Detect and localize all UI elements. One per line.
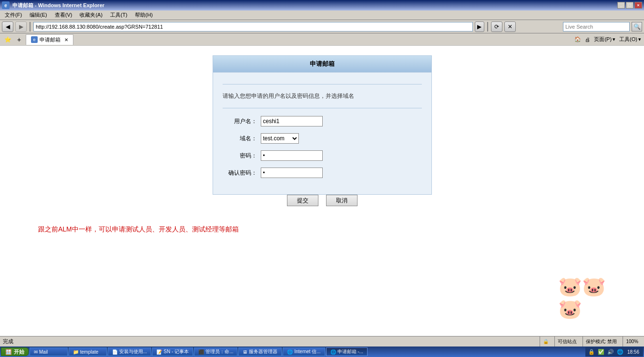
form-body: 请输入您想申请的用户名以及密码信息，并选择域名 用户名： 域名： test.co… — [213, 73, 431, 194]
add-tab[interactable]: + — [14, 35, 24, 44]
submit-button[interactable]: 提交 — [287, 195, 318, 206]
menu-view[interactable]: 查看(V) — [51, 10, 76, 20]
form-description: 请输入您想申请的用户名以及密码信息，并选择域名 — [223, 92, 422, 100]
window-title: 申请邮箱 - Windows Internet Explorer — [12, 2, 104, 9]
tab-close[interactable]: ✕ — [64, 37, 68, 42]
menu-tools[interactable]: 工具(T) — [106, 10, 131, 20]
close-button[interactable]: × — [634, 2, 642, 9]
toolbar-right: 🏠 🖨 页面(P) ▾ 工具(O) ▾ — [574, 36, 641, 43]
title-bar: e 申请邮箱 - Windows Internet Explorer _ □ × — [0, 0, 644, 10]
menu-favorites[interactable]: 收藏夹(A) — [76, 10, 106, 20]
menu-file[interactable]: 文件(F) — [1, 10, 26, 20]
stop-button[interactable]: ✕ — [504, 21, 516, 32]
menu-edit[interactable]: 编辑(E) — [26, 10, 51, 20]
forward-button[interactable]: ▶ — [15, 21, 27, 32]
ie-icon: e — [2, 1, 10, 9]
page-chevron: ▾ — [613, 36, 615, 42]
menu-help[interactable]: 帮助(H) — [131, 10, 156, 20]
form-container: 申请邮箱 请输入您想申请的用户名以及密码信息，并选择域名 用户名： 域名： te… — [213, 55, 432, 195]
search-button[interactable]: 🔍 — [632, 22, 642, 32]
menu-bar: 文件(F) 编辑(E) 查看(V) 收藏夹(A) 工具(T) 帮助(H) — [0, 10, 644, 20]
form-buttons: 提交 取消 — [213, 195, 432, 206]
username-label: 用户名： — [223, 117, 261, 126]
address-bar: ◀ ▶ ▶ ⟳ ✕ 🔍 — [0, 20, 644, 33]
go-button[interactable]: ▶ — [475, 21, 484, 32]
confirm-row: 确认密码： — [223, 168, 422, 178]
password-label: 密码： — [223, 152, 261, 160]
title-bar-left: e 申请邮箱 - Windows Internet Explorer — [2, 1, 104, 9]
search-input[interactable] — [563, 22, 630, 32]
print-button[interactable]: 🖨 — [585, 37, 590, 42]
browser-content: 申请邮箱 请输入您想申请的用户名以及密码信息，并选择域名 用户名： 域名： te… — [0, 46, 644, 336]
form-title: 申请邮箱 — [213, 56, 431, 73]
favorites-bar: ⭐ + e 申请邮箱 ✕ 🏠 🖨 页面(P) ▾ 工具(O) ▾ — [0, 33, 644, 46]
minimize-button[interactable]: _ — [617, 2, 625, 9]
favorites-star[interactable]: ⭐ — [3, 35, 12, 44]
address-input[interactable] — [33, 22, 473, 32]
form-divider-bottom — [223, 108, 422, 108]
tools-chevron: ▾ — [638, 36, 641, 42]
back-button[interactable]: ◀ — [2, 21, 13, 32]
domain-label: 域名： — [223, 135, 261, 143]
page-label: 页面(P) — [594, 36, 612, 43]
form-divider-top — [223, 84, 422, 84]
password-input[interactable] — [261, 150, 323, 161]
tab-label: 申请邮箱 — [40, 36, 61, 43]
username-input[interactable] — [261, 116, 323, 126]
domain-row: 域名： test.com example.com — [223, 133, 422, 144]
page-menu[interactable]: 页面(P) ▾ — [594, 36, 615, 43]
username-row: 用户名： — [223, 116, 422, 126]
tools-menu[interactable]: 工具(O) ▾ — [619, 36, 641, 43]
current-tab[interactable]: e 申请邮箱 ✕ — [26, 34, 73, 45]
pig-decoration: 🐷🐷🐷 — [558, 279, 615, 317]
window-controls[interactable]: _ □ × — [617, 2, 642, 9]
annotation-text: 跟之前ALM中一样，可以申请测试人员、开发人员、测试经理等邮箱 — [38, 225, 634, 234]
home-button[interactable]: 🏠 — [574, 36, 581, 42]
tools-label: 工具(O) — [619, 36, 637, 43]
refresh-button[interactable]: ⟳ — [491, 21, 502, 32]
password-row: 密码： — [223, 150, 422, 161]
decoration-area: 🐷🐷🐷 — [558, 279, 615, 317]
maximize-button[interactable]: □ — [626, 2, 634, 9]
tab-icon: e — [31, 36, 38, 43]
confirm-label: 确认密码： — [223, 169, 261, 177]
confirm-input[interactable] — [261, 168, 323, 178]
domain-select[interactable]: test.com example.com — [261, 133, 299, 144]
cancel-button[interactable]: 取消 — [326, 195, 358, 206]
